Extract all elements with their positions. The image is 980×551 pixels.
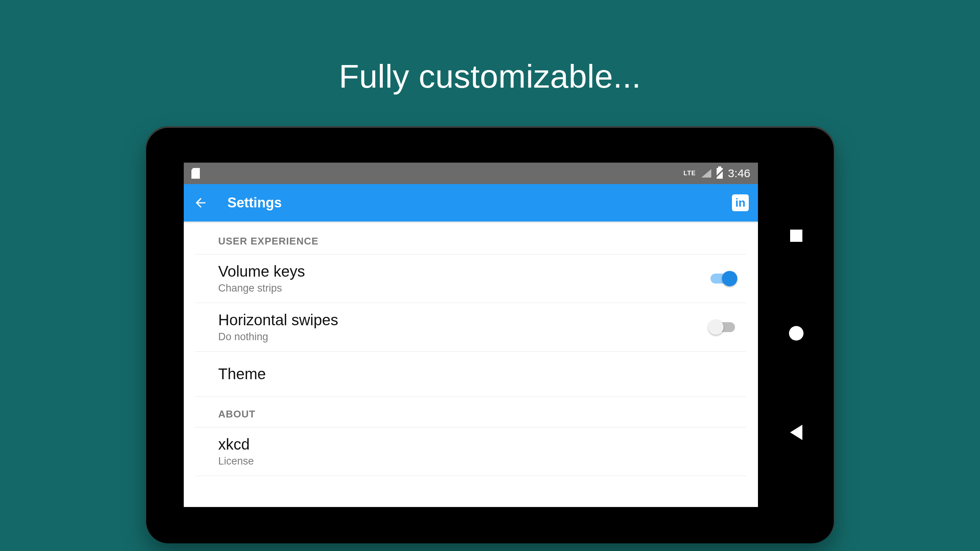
promo-headline: Fully customizable... bbox=[0, 57, 980, 95]
sdcard-icon bbox=[191, 168, 200, 179]
network-type-label: LTE bbox=[684, 170, 696, 177]
setting-row-xkcd[interactable]: xkcd License bbox=[195, 427, 746, 476]
back-button[interactable] bbox=[790, 425, 802, 440]
toggle-horizontal-swipes[interactable] bbox=[710, 322, 735, 332]
setting-title: Volume keys bbox=[218, 263, 710, 280]
back-arrow-icon[interactable] bbox=[193, 195, 208, 210]
appbar-title: Settings bbox=[227, 195, 713, 211]
battery-charging-icon bbox=[717, 168, 723, 179]
setting-title: xkcd bbox=[218, 436, 735, 453]
settings-list: USER EXPERIENCE Volume keys Change strip… bbox=[184, 222, 758, 476]
setting-title: Horizontal swipes bbox=[218, 311, 710, 329]
setting-subtitle: License bbox=[218, 455, 735, 467]
status-bar: LTE 3:46 bbox=[184, 163, 758, 184]
setting-row-horizontal-swipes[interactable]: Horizontal swipes Do nothing bbox=[195, 303, 746, 352]
hardware-nav bbox=[773, 126, 819, 543]
device-screen: LTE 3:46 Settings in USER EXPERIENCE Vol… bbox=[184, 163, 758, 507]
section-header-about: ABOUT bbox=[195, 397, 746, 427]
setting-row-volume-keys[interactable]: Volume keys Change strips bbox=[195, 254, 746, 303]
setting-row-theme[interactable]: Theme bbox=[195, 352, 746, 397]
setting-subtitle: Do nothing bbox=[218, 331, 710, 343]
clock-label: 3:46 bbox=[728, 167, 750, 180]
toggle-volume-keys[interactable] bbox=[710, 274, 735, 284]
app-bar: Settings in bbox=[184, 184, 758, 222]
home-button[interactable] bbox=[789, 326, 804, 341]
setting-title: Theme bbox=[218, 365, 735, 383]
overview-button[interactable] bbox=[790, 230, 802, 242]
linkedin-icon[interactable]: in bbox=[732, 194, 749, 211]
signal-icon bbox=[701, 169, 711, 178]
section-header-user-experience: USER EXPERIENCE bbox=[195, 222, 746, 254]
setting-subtitle: Change strips bbox=[218, 282, 710, 294]
tablet-frame: LTE 3:46 Settings in USER EXPERIENCE Vol… bbox=[145, 126, 835, 543]
